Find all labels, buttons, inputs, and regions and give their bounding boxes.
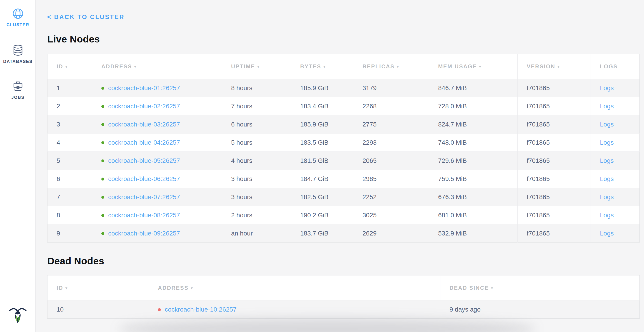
bytes-cell: 182.5 GiB [291,188,353,206]
node-logs-link[interactable]: Logs [600,212,614,219]
replicas-cell: 3179 [353,79,429,97]
node-address-link[interactable]: cockroach-blue-10:26257 [165,306,236,313]
version-cell: f701865 [518,206,591,224]
node-address-link[interactable]: cockroach-blue-06:26257 [108,175,180,182]
live-status-dot-icon [101,105,104,108]
node-address-cell: cockroach-blue-08:26257 [92,206,222,224]
sort-arrow-icon: ▾ [491,286,494,290]
node-logs-link[interactable]: Logs [600,103,614,110]
node-address-cell: cockroach-blue-03:26257 [92,115,222,134]
node-logs-link[interactable]: Logs [600,121,614,128]
node-address-link[interactable]: cockroach-blue-07:26257 [108,193,180,201]
node-logs-link[interactable]: Logs [600,157,614,164]
col-header-id[interactable]: ID▾ [48,276,149,301]
version-cell: f701865 [518,134,591,152]
node-logs-link[interactable]: Logs [600,84,614,91]
sidebar-item-jobs[interactable]: JOBS [0,80,36,100]
live-status-dot-icon [101,232,104,235]
sort-arrow-icon: ▾ [191,286,194,290]
table-row: 10 cockroach-blue-10:26257 9 days ago [48,301,640,319]
node-address-link[interactable]: cockroach-blue-04:26257 [108,139,180,146]
node-address-link[interactable]: cockroach-blue-02:26257 [108,103,180,110]
node-logs-link[interactable]: Logs [600,175,614,182]
version-cell: f701865 [518,97,591,115]
node-logs-link[interactable]: Logs [600,139,614,146]
table-row: 6 cockroach-blue-06:26257 3 hours 184.7 … [48,170,640,188]
sort-arrow-icon: ▾ [479,64,482,69]
sidebar-item-label: DATABASES [0,59,36,64]
col-header-address[interactable]: ADDRESS▾ [149,276,440,301]
cockroach-logo-icon [8,306,27,325]
uptime-cell: 3 hours [222,170,291,188]
uptime-cell: 6 hours [222,115,291,134]
col-header-mem-usage[interactable]: MEM USAGE▾ [429,54,518,79]
mem-usage-cell: 759.5 MiB [429,170,518,188]
node-address-cell: cockroach-blue-10:26257 [149,301,440,319]
live-status-dot-icon [101,196,104,199]
bytes-cell: 183.5 GiB [291,134,353,152]
replicas-cell: 2252 [353,188,429,206]
mem-usage-cell: 846.7 MiB [429,79,518,97]
node-logs-link[interactable]: Logs [600,230,614,237]
mem-usage-cell: 532.9 MiB [429,224,518,243]
sidebar-item-databases[interactable]: DATABASES [0,44,36,64]
dead-since-cell: 9 days ago [440,301,640,319]
table-row: 3 cockroach-blue-03:26257 6 hours 185.9 … [48,115,640,134]
replicas-cell: 2629 [353,224,429,243]
node-address-cell: cockroach-blue-05:26257 [92,152,222,170]
dead-nodes-title: Dead Nodes [47,255,644,267]
table-row: 9 cockroach-blue-09:26257 an hour 183.7 … [48,224,640,243]
node-id-cell: 7 [48,188,92,206]
table-header-row: ID▾ ADDRESS▾ UPTIME▾ BYTES▾ REPLICAS▾ ME… [48,54,640,79]
logs-cell: Logs [591,79,640,97]
sort-arrow-icon: ▾ [324,64,326,69]
col-header-address[interactable]: ADDRESS▾ [92,54,222,79]
sidebar-item-label: JOBS [0,95,36,100]
col-header-uptime[interactable]: UPTIME▾ [222,54,291,79]
main-content: < BACK TO CLUSTER Live Nodes ID▾ ADDRESS… [36,0,644,332]
col-header-bytes[interactable]: BYTES▾ [291,54,353,79]
table-row: 8 cockroach-blue-08:26257 2 hours 190.2 … [48,206,640,224]
bytes-cell: 183.4 GiB [291,97,353,115]
node-address-cell: cockroach-blue-01:26257 [92,79,222,97]
col-header-dead-since[interactable]: DEAD SINCE▾ [440,276,640,301]
col-header-id[interactable]: ID▾ [48,54,92,79]
live-status-dot-icon [101,141,104,144]
version-cell: f701865 [518,170,591,188]
replicas-cell: 2065 [353,152,429,170]
databases-icon [12,44,24,56]
mem-usage-cell: 681.0 MiB [429,206,518,224]
logs-cell: Logs [591,224,640,243]
sidebar-item-label: CLUSTER [0,22,36,27]
sort-arrow-icon: ▾ [397,64,399,69]
node-address-cell: cockroach-blue-06:26257 [92,170,222,188]
replicas-cell: 2775 [353,115,429,134]
cockroach-logo[interactable] [8,306,27,325]
node-address-link[interactable]: cockroach-blue-03:26257 [108,121,180,128]
node-address-link[interactable]: cockroach-blue-01:26257 [108,84,180,91]
live-status-dot-icon [101,87,104,90]
bytes-cell: 185.9 GiB [291,79,353,97]
node-address-link[interactable]: cockroach-blue-08:26257 [108,212,180,219]
live-status-dot-icon [101,178,104,181]
bytes-cell: 190.2 GiB [291,206,353,224]
node-address-cell: cockroach-blue-07:26257 [92,188,222,206]
node-address-link[interactable]: cockroach-blue-05:26257 [108,157,180,164]
table-row: 4 cockroach-blue-04:26257 5 hours 183.5 … [48,134,640,152]
node-address-cell: cockroach-blue-09:26257 [92,224,222,243]
bytes-cell: 184.7 GiB [291,170,353,188]
uptime-cell: 2 hours [222,206,291,224]
node-address-cell: cockroach-blue-04:26257 [92,134,222,152]
node-logs-link[interactable]: Logs [600,193,614,201]
col-header-version[interactable]: VERSION▾ [518,54,591,79]
bytes-cell: 183.7 GiB [291,224,353,243]
col-header-replicas[interactable]: REPLICAS▾ [353,54,429,79]
sidebar-item-cluster[interactable]: CLUSTER [0,8,36,27]
bytes-cell: 185.9 GiB [291,115,353,134]
node-address-cell: cockroach-blue-02:26257 [92,97,222,115]
node-id-cell: 1 [48,79,92,97]
back-to-cluster-link[interactable]: < BACK TO CLUSTER [47,14,124,21]
sort-arrow-icon: ▾ [66,64,68,69]
jobs-icon [12,80,24,92]
node-address-link[interactable]: cockroach-blue-09:26257 [108,230,180,237]
